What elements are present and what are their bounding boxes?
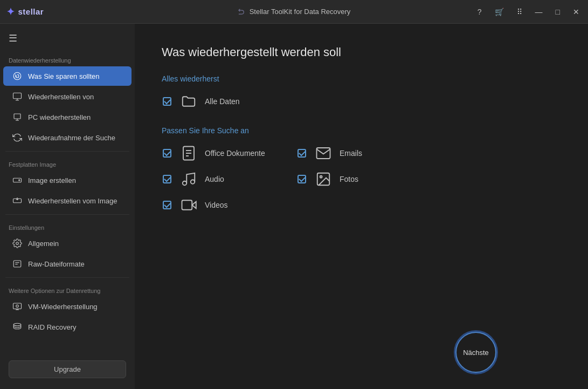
option-alle-daten-label: Alle Daten	[205, 97, 240, 106]
checkbox-alle-daten[interactable]	[162, 96, 172, 107]
page-title: Was wiederhergestellt werden soll	[162, 45, 561, 59]
svg-rect-9	[13, 261, 21, 267]
upgrade-button[interactable]: Upgrade	[9, 360, 126, 378]
svg-marker-24	[192, 202, 196, 209]
hdd-icon	[12, 175, 23, 186]
titlebar: ✦ stellar Stellar ToolKit for Data Recov…	[0, 0, 588, 24]
sidebar-item-label: Raw-Dateiformate	[28, 260, 85, 268]
folder-icon	[179, 92, 198, 111]
raid-icon	[12, 322, 23, 332]
checkbox-fotos[interactable]	[296, 174, 307, 185]
next-button-container: Nächste	[455, 332, 496, 373]
help-button[interactable]: ?	[475, 5, 484, 18]
vm-icon	[12, 301, 23, 312]
sidebar-item-pc-wiederherstellen[interactable]: PC wiederherstellen	[3, 107, 132, 127]
checkbox-audio[interactable]	[162, 174, 172, 185]
option-emails[interactable]: Emails	[296, 144, 431, 163]
section-label-all: Alles wiederherst	[162, 74, 561, 83]
window-title: Stellar ToolKit for Data Recovery	[250, 8, 351, 16]
sidebar-separator-1	[5, 151, 129, 152]
section-label-recovery: Datenwiederherstellung	[0, 51, 135, 66]
cart-button[interactable]: 🛒	[493, 5, 506, 18]
sidebar-item-raid-recovery[interactable]: RAID Recovery	[3, 317, 132, 337]
sidebar-separator-2	[5, 214, 129, 215]
app-logo: ✦ stellar	[6, 6, 44, 18]
sidebar-item-label: VM-Wiederherstellung	[28, 303, 98, 311]
sidebar-item-wiederherstellen-von[interactable]: Wiederherstellen von	[3, 87, 132, 106]
photo-icon	[314, 169, 333, 189]
checkbox-office[interactable]	[162, 148, 172, 159]
option-fotos-label: Fotos	[340, 175, 358, 183]
logo-text: stellar	[18, 7, 44, 16]
svg-point-6	[19, 180, 20, 181]
refresh-icon	[12, 132, 23, 143]
sidebar-item-vm-wiederherstellung[interactable]: VM-Wiederherstellung	[3, 297, 132, 316]
minimize-button[interactable]: —	[533, 5, 545, 18]
monitor-icon	[12, 91, 23, 102]
sidebar-item-wiederaufnahme[interactable]: Wiederaufnahme der Suche	[3, 128, 132, 147]
gear-icon	[12, 238, 23, 249]
checkbox-videos[interactable]	[162, 200, 172, 210]
option-office-label: Office Dokumente	[205, 149, 265, 158]
svg-point-13	[16, 305, 19, 308]
svg-rect-23	[182, 200, 192, 210]
sidebar-item-label: Image erstellen	[28, 176, 76, 185]
options-custom-grid: Office Dokumente Emails	[162, 144, 561, 215]
checkbox-box-videos	[163, 201, 171, 209]
raw-icon	[12, 258, 23, 269]
sidebar-item-label: Wiederaufnahme der Suche	[28, 134, 115, 142]
option-emails-label: Emails	[340, 149, 362, 158]
audio-icon	[179, 169, 198, 189]
checkbox-box-alle-daten	[163, 97, 171, 106]
window-controls: ? 🛒 ⠿ — □ ✕	[475, 5, 582, 18]
svg-point-8	[16, 242, 19, 245]
sidebar-item-image-erstellen[interactable]: Image erstellen	[3, 170, 132, 190]
pc-icon	[12, 112, 23, 122]
content-area: Was wiederhergestellt werden soll Alles …	[135, 24, 588, 389]
option-office[interactable]: Office Dokumente	[162, 144, 296, 163]
section-label-further: Weitere Optionen zur Datenrettung	[0, 281, 135, 296]
next-button[interactable]: Nächste	[455, 332, 496, 373]
sidebar-menu-toggle[interactable]: ☰	[0, 28, 135, 49]
sidebar-item-allgemein[interactable]: Allgemein	[3, 234, 132, 253]
svg-rect-4	[14, 114, 20, 119]
maximize-button[interactable]: □	[554, 5, 562, 18]
option-videos[interactable]: Videos	[162, 195, 296, 215]
svg-rect-1	[13, 93, 22, 99]
sidebar-separator-3	[5, 277, 129, 278]
checkbox-emails[interactable]	[296, 148, 307, 159]
svg-point-22	[320, 176, 322, 178]
sidebar-item-was-sie-sparen[interactable]: Was Sie sparen sollten	[3, 66, 132, 86]
email-icon	[314, 144, 333, 163]
section-label-settings: Einstellungen	[0, 218, 135, 233]
checkbox-box-fotos	[298, 175, 306, 183]
checkbox-box-emails	[298, 149, 306, 158]
document-icon	[179, 144, 198, 163]
sidebar-item-raw-dateiformate[interactable]: Raw-Dateiformate	[3, 254, 132, 274]
section-label-image: Festplatten Image	[0, 155, 135, 170]
hdd-restore-icon	[12, 195, 23, 206]
section-label-custom: Passen Sie Ihre Suche an	[162, 126, 561, 135]
main-layout: ☰ Datenwiederherstellung Was Sie sparen …	[0, 24, 588, 389]
sidebar-item-label: RAID Recovery	[28, 323, 77, 331]
grid-button[interactable]: ⠿	[515, 5, 524, 18]
titlebar-title-area: Stellar ToolKit for Data Recovery	[238, 8, 351, 16]
options-all-grid: Alle Daten	[162, 92, 561, 111]
sidebar-item-label: Wiederherstellen von	[28, 93, 94, 101]
sidebar-item-wiederherstellen-image[interactable]: Wiederherstellen vom Image	[3, 191, 132, 210]
svg-point-14	[13, 323, 21, 326]
option-alle-daten[interactable]: Alle Daten	[162, 92, 296, 111]
sidebar-item-label: Allgemein	[28, 240, 59, 248]
sidebar-item-label: Was Sie sparen sollten	[28, 72, 99, 80]
option-audio[interactable]: Audio	[162, 169, 296, 189]
undo-icon	[238, 8, 245, 16]
option-fotos[interactable]: Fotos	[296, 169, 431, 189]
option-audio-label: Audio	[205, 175, 224, 183]
restore-circle-icon	[12, 71, 23, 81]
sidebar-item-label: PC wiederherstellen	[28, 113, 91, 121]
option-videos-label: Videos	[205, 201, 228, 209]
logo-icon: ✦	[6, 6, 15, 18]
sidebar-item-label: Wiederherstellen vom Image	[28, 197, 117, 205]
svg-rect-12	[13, 303, 22, 309]
close-button[interactable]: ✕	[571, 5, 582, 18]
